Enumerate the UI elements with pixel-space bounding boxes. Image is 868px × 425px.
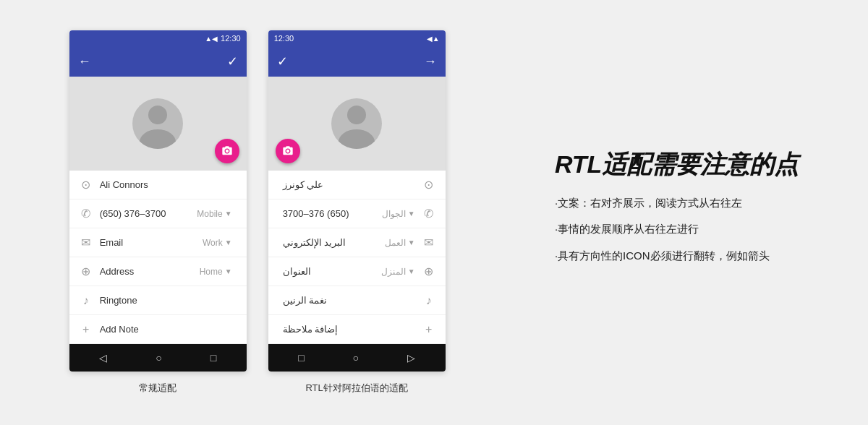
toolbar-right-icon[interactable]: ✓ — [227, 53, 238, 69]
field-row[interactable]: ♪Ringtone — [69, 286, 247, 315]
field-icon-3: ⊕ — [78, 265, 94, 278]
field-row[interactable]: +Add Note — [69, 315, 247, 344]
field-hint: Mobile — [197, 209, 222, 219]
field-value: Address — [100, 266, 135, 277]
field-content-5: إضافة ملاحظة — [277, 324, 421, 335]
status-bar: 12:30◀▲ — [268, 30, 446, 46]
field-icon-3: ⊕ — [421, 265, 437, 278]
toolbar: ← ✓ — [69, 46, 247, 77]
phone-wrapper-ltr: ▲◀12:30 ← ✓ ⊙Ali Connors✆(650) 376–3700M… — [69, 30, 247, 395]
field-icon-0: ⊙ — [421, 178, 437, 192]
field-row[interactable]: ✆(650) 376–3700Mobile▼ — [69, 199, 247, 228]
avatar-section — [69, 77, 247, 171]
field-value: Add Note — [100, 324, 139, 335]
text-section: RTL适配需要注意的点 ·文案：右对齐展示，阅读方式从右往左·事情的发展顺序从右… — [540, 151, 799, 275]
signal-icons: ▲◀ — [205, 35, 218, 43]
field-icon-2: ✉ — [421, 236, 437, 249]
form-fields: ⊙Ali Connors✆(650) 376–3700Mobile▼✉Email… — [69, 171, 247, 344]
field-row[interactable]: ⊕AddressHome▼ — [69, 257, 247, 286]
nav-icon[interactable]: ◁ — [99, 352, 107, 364]
field-value: علي كونرز — [283, 179, 324, 190]
phone-ltr: ▲◀12:30 ← ✓ ⊙Ali Connors✆(650) 376–3700M… — [69, 30, 247, 372]
nav-bar: □○▷ — [268, 344, 446, 372]
field-content-4: نغمة الرنين — [277, 295, 421, 306]
field-dropdown-icon[interactable]: ▼ — [408, 239, 415, 246]
bullet-item: ·具有方向性的ICON必须进行翻转，例如箭头 — [555, 248, 799, 265]
field-value: Ringtone — [100, 295, 137, 306]
field-content-1: (650) 376–3700Mobile▼ — [94, 208, 238, 219]
phone-wrapper-rtl: 12:30◀▲ ✓ → ⊙علي كونرز✆الجوال▼(650) 376–… — [268, 30, 446, 395]
field-dropdown-icon[interactable]: ▼ — [225, 239, 232, 246]
field-icon-4: ♪ — [421, 294, 437, 307]
field-icon-0: ⊙ — [78, 178, 94, 192]
field-content-2: العمل▼البريد الإلكتروني — [277, 237, 421, 248]
field-icon-2: ✉ — [78, 236, 94, 249]
bullets-container: ·文案：右对齐展示，阅读方式从右往左·事情的发展顺序从右往左进行·具有方向性的I… — [555, 195, 799, 265]
form-fields: ⊙علي كونرز✆الجوال▼(650) 376–3700✉العمل▼ا… — [268, 171, 446, 344]
phone-rtl: 12:30◀▲ ✓ → ⊙علي كونرز✆الجوال▼(650) 376–… — [268, 30, 446, 372]
field-hint: العمل — [385, 238, 406, 248]
phones-container: ▲◀12:30 ← ✓ ⊙Ali Connors✆(650) 376–3700M… — [69, 30, 446, 395]
toolbar-right-icon[interactable]: → — [424, 54, 437, 69]
camera-fab[interactable] — [276, 139, 300, 163]
field-content-4: Ringtone — [94, 295, 238, 306]
field-hint: المنزل — [381, 267, 406, 277]
field-content-3: AddressHome▼ — [94, 266, 238, 277]
avatar-section — [268, 77, 446, 171]
nav-icon[interactable]: □ — [210, 352, 216, 364]
bullet-item: ·事情的发展顺序从右往左进行 — [555, 221, 799, 238]
nav-icon[interactable]: □ — [298, 352, 304, 364]
phone-label-ltr: 常规适配 — [139, 382, 176, 395]
avatar — [331, 98, 382, 149]
field-row[interactable]: ♪نغمة الرنين — [268, 286, 446, 315]
field-content-5: Add Note — [94, 324, 238, 335]
bullet-item: ·文案：右对齐展示，阅读方式从右往左 — [555, 195, 799, 212]
field-dropdown-icon[interactable]: ▼ — [408, 267, 415, 275]
nav-icon[interactable]: ○ — [353, 352, 359, 364]
field-content-0: علي كونرز — [277, 179, 421, 190]
field-dropdown-icon[interactable]: ▼ — [408, 210, 415, 218]
status-time: 12:30 — [274, 34, 294, 43]
field-icon-5: + — [421, 323, 437, 336]
field-dropdown-icon[interactable]: ▼ — [225, 267, 232, 275]
signal-icons: ◀▲ — [427, 35, 440, 43]
toolbar-left-icon[interactable]: ← — [78, 54, 91, 69]
field-value: العنوان — [283, 266, 311, 277]
field-hint: Work — [203, 238, 223, 248]
field-icon-4: ♪ — [78, 294, 94, 307]
field-row[interactable]: ✉العمل▼البريد الإلكتروني — [268, 228, 446, 257]
nav-icon[interactable]: ▷ — [407, 352, 415, 364]
nav-bar: ◁○□ — [69, 344, 247, 372]
field-value: Ali Connors — [100, 179, 148, 190]
field-content-2: EmailWork▼ — [94, 237, 238, 248]
field-hint: Home — [200, 267, 223, 277]
field-value: إضافة ملاحظة — [283, 324, 339, 335]
field-value: البريد الإلكتروني — [283, 237, 346, 248]
field-dropdown-icon[interactable]: ▼ — [225, 210, 232, 218]
field-row[interactable]: ⊙Ali Connors — [69, 171, 247, 199]
camera-fab[interactable] — [215, 139, 239, 163]
toolbar-left-icon[interactable]: ✓ — [277, 53, 288, 69]
phone-label-rtl: RTL针对阿拉伯语的适配 — [305, 382, 407, 395]
status-bar: ▲◀12:30 — [69, 30, 247, 46]
field-row[interactable]: ✆الجوال▼(650) 376–3700 — [268, 199, 446, 228]
main-title: RTL适配需要注意的点 — [555, 151, 799, 178]
field-row[interactable]: +إضافة ملاحظة — [268, 315, 446, 344]
field-content-3: المنزل▼العنوان — [277, 266, 421, 277]
status-time: 12:30 — [221, 34, 241, 43]
field-icon-1: ✆ — [421, 207, 437, 220]
field-row[interactable]: ⊕المنزل▼العنوان — [268, 257, 446, 286]
field-value: نغمة الرنين — [283, 295, 328, 306]
field-value: Email — [100, 237, 124, 248]
field-content-1: الجوال▼(650) 376–3700 — [277, 208, 421, 219]
field-row[interactable]: ✉EmailWork▼ — [69, 228, 247, 257]
field-hint: الجوال — [382, 209, 406, 219]
field-content-0: Ali Connors — [94, 179, 238, 190]
toolbar: ✓ → — [268, 46, 446, 77]
field-icon-5: + — [78, 323, 94, 336]
field-value: (650) 376–3700 — [100, 208, 166, 219]
field-icon-1: ✆ — [78, 207, 94, 220]
nav-icon[interactable]: ○ — [156, 352, 161, 364]
field-value: (650) 376–3700 — [283, 208, 349, 219]
field-row[interactable]: ⊙علي كونرز — [268, 171, 446, 199]
